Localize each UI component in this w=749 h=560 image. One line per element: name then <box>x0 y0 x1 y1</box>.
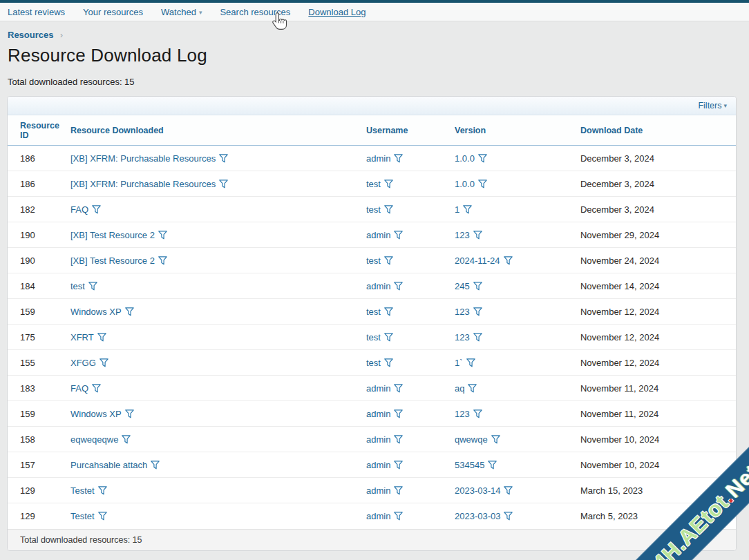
filter-funnel-icon[interactable] <box>491 435 500 444</box>
version-link[interactable]: 2023-03-14 <box>455 485 501 496</box>
filter-funnel-icon[interactable] <box>384 333 393 342</box>
version-link[interactable]: 1 <box>455 204 459 215</box>
version-link[interactable]: 1.0.0 <box>455 179 475 189</box>
resource-link[interactable]: Windows XP <box>70 307 122 317</box>
filter-funnel-icon[interactable] <box>394 461 403 470</box>
version-link[interactable]: qwewqe <box>455 434 488 445</box>
resource-link[interactable]: XFRT <box>70 332 94 342</box>
version-link[interactable]: 1` <box>455 358 463 368</box>
filters-button[interactable]: Filters▾ <box>698 101 727 110</box>
version-link[interactable]: 2024-11-24 <box>455 255 500 266</box>
resource-link[interactable]: Testet <box>70 511 95 521</box>
resource-link[interactable]: FAQ <box>70 204 88 215</box>
filter-funnel-icon[interactable] <box>394 435 403 444</box>
filter-funnel-icon[interactable] <box>394 384 403 393</box>
filter-funnel-icon[interactable] <box>394 231 403 240</box>
filter-funnel-icon[interactable] <box>504 486 513 495</box>
filter-funnel-icon[interactable] <box>394 282 403 291</box>
resource-link[interactable]: XFGG <box>70 358 96 368</box>
filter-funnel-icon[interactable] <box>88 282 97 291</box>
filter-funnel-icon[interactable] <box>384 205 393 214</box>
filter-funnel-icon[interactable] <box>384 180 393 189</box>
version-link[interactable]: 1.0.0 <box>455 153 475 164</box>
resource-link[interactable]: [XB] Test Resource 2 <box>70 255 155 266</box>
version-link[interactable]: 123 <box>455 230 470 240</box>
filter-funnel-icon[interactable] <box>488 461 497 470</box>
filter-funnel-icon[interactable] <box>466 358 475 367</box>
filter-funnel-icon[interactable] <box>394 409 403 418</box>
filter-funnel-icon[interactable] <box>394 512 403 521</box>
version-link[interactable]: aq <box>455 383 464 394</box>
filter-funnel-icon[interactable] <box>394 486 403 495</box>
username-link[interactable]: admin <box>366 230 390 240</box>
username-link[interactable]: admin <box>366 511 390 521</box>
filter-funnel-icon[interactable] <box>125 409 134 418</box>
nav-latest-reviews[interactable]: Latest reviews <box>8 7 65 17</box>
resource-link[interactable]: [XB] XFRM: Purchasable Resources <box>70 179 216 189</box>
resource-link[interactable]: [XB] Test Resource 2 <box>70 230 155 240</box>
username-link[interactable]: admin <box>366 409 390 419</box>
nav-download-log[interactable]: Download Log <box>308 7 366 17</box>
username-link[interactable]: admin <box>366 281 390 291</box>
filter-funnel-icon[interactable] <box>151 461 160 470</box>
filter-funnel-icon[interactable] <box>473 307 482 316</box>
filter-funnel-icon[interactable] <box>219 180 228 189</box>
resource-link[interactable]: Windows XP <box>70 409 122 419</box>
filter-funnel-icon[interactable] <box>394 154 403 163</box>
filter-funnel-icon[interactable] <box>98 512 107 521</box>
username-link[interactable]: admin <box>366 434 390 445</box>
username-link[interactable]: test <box>366 307 381 317</box>
filter-funnel-icon[interactable] <box>99 358 108 367</box>
cell-version: 534545 <box>449 452 575 478</box>
filter-funnel-icon[interactable] <box>473 282 482 291</box>
version-link[interactable]: 123 <box>455 332 470 342</box>
filter-funnel-icon[interactable] <box>92 384 101 393</box>
filter-funnel-icon[interactable] <box>98 486 107 495</box>
filter-funnel-icon[interactable] <box>473 409 482 418</box>
filter-funnel-icon[interactable] <box>504 256 513 265</box>
resource-link[interactable]: test <box>70 281 85 291</box>
username-link[interactable]: admin <box>366 485 390 496</box>
username-link[interactable]: test <box>366 179 381 189</box>
username-link[interactable]: test <box>366 204 381 215</box>
resource-link[interactable]: [XB] XFRM: Purchasable Resources <box>70 153 216 164</box>
version-link[interactable]: 2023-03-03 <box>455 511 501 521</box>
filter-funnel-icon[interactable] <box>468 384 477 393</box>
resource-link[interactable]: FAQ <box>70 383 88 394</box>
filter-funnel-icon[interactable] <box>384 307 393 316</box>
filter-funnel-icon[interactable] <box>473 231 482 240</box>
filter-funnel-icon[interactable] <box>384 256 393 265</box>
filter-funnel-icon[interactable] <box>122 435 131 444</box>
filter-funnel-icon[interactable] <box>219 154 228 163</box>
resource-link[interactable]: Testet <box>70 485 95 496</box>
filter-funnel-icon[interactable] <box>97 333 106 342</box>
filter-funnel-icon[interactable] <box>384 358 393 367</box>
filter-funnel-icon[interactable] <box>463 205 472 214</box>
username-link[interactable]: test <box>366 358 381 368</box>
cell-resource-downloaded: [XB] XFRM: Purchasable Resources <box>65 171 361 197</box>
cell-resource-id: 186 <box>8 146 65 171</box>
version-link[interactable]: 123 <box>455 409 470 419</box>
resource-link[interactable]: Purcahsable attach <box>70 460 147 470</box>
username-link[interactable]: admin <box>366 153 390 164</box>
filter-funnel-icon[interactable] <box>473 333 482 342</box>
username-link[interactable]: admin <box>366 383 390 394</box>
username-link[interactable]: admin <box>366 460 390 470</box>
version-link[interactable]: 245 <box>455 281 470 291</box>
nav-search-resources[interactable]: Search resources <box>220 7 290 17</box>
resource-link[interactable]: eqweqeqwe <box>70 434 118 445</box>
breadcrumb-resources[interactable]: Resources <box>8 30 53 40</box>
filter-funnel-icon[interactable] <box>158 231 167 240</box>
filter-funnel-icon[interactable] <box>125 307 134 316</box>
filter-funnel-icon[interactable] <box>158 256 167 265</box>
nav-your-resources[interactable]: Your resources <box>83 7 143 17</box>
version-link[interactable]: 534545 <box>455 460 484 470</box>
filter-funnel-icon[interactable] <box>478 154 487 163</box>
filter-funnel-icon[interactable] <box>504 512 513 521</box>
filter-funnel-icon[interactable] <box>92 205 101 214</box>
version-link[interactable]: 123 <box>455 307 470 317</box>
nav-watched[interactable]: Watched▾ <box>161 7 202 17</box>
username-link[interactable]: test <box>366 332 381 342</box>
filter-funnel-icon[interactable] <box>478 180 487 189</box>
username-link[interactable]: test <box>366 255 381 266</box>
